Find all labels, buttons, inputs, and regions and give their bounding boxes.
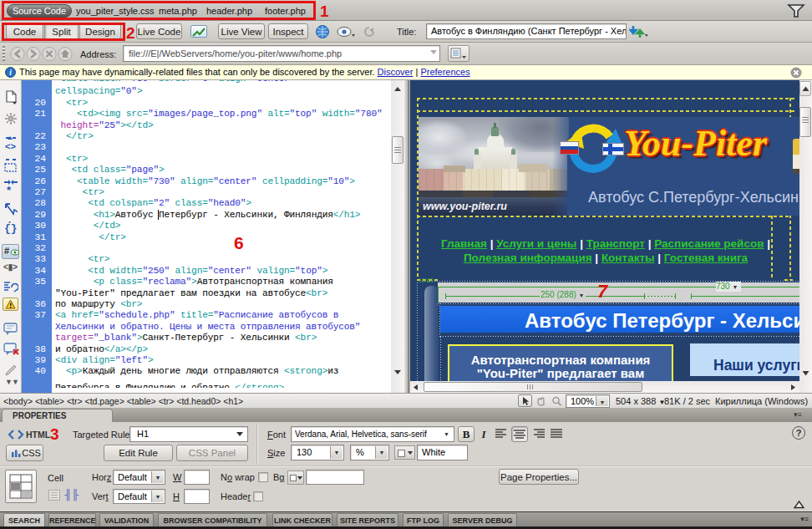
svg-text:*: * bbox=[7, 184, 12, 196]
svg-text:<>: <> bbox=[5, 141, 16, 151]
svg-text:i: i bbox=[9, 69, 12, 77]
